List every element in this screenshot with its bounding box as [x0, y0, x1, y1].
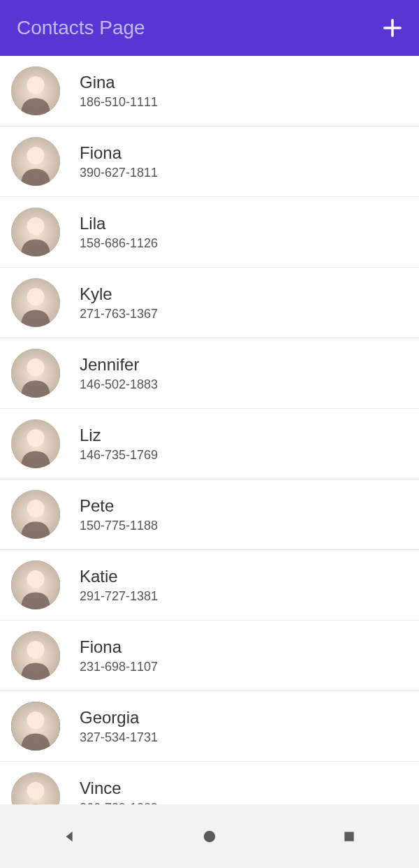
- contact-row[interactable]: Georgia327-534-1731: [0, 691, 419, 762]
- contact-row[interactable]: Vince266-739-1009: [0, 762, 419, 804]
- contact-name: Fiona: [80, 143, 158, 163]
- svg-point-15: [27, 570, 44, 588]
- avatar-person-icon: [11, 349, 60, 398]
- avatar: [11, 631, 60, 680]
- contact-info: Gina186-510-1111: [80, 73, 158, 110]
- nav-home-button[interactable]: [189, 816, 230, 858]
- contact-name: Lila: [80, 214, 158, 233]
- contact-name: Kyle: [80, 284, 158, 304]
- avatar-person-icon: [11, 66, 60, 115]
- square-recent-icon: [342, 830, 356, 844]
- contact-name: Georgia: [80, 708, 158, 728]
- contact-phone: 291-727-1381: [80, 589, 158, 604]
- contact-row[interactable]: Gina186-510-1111: [0, 56, 419, 126]
- circle-home-icon: [202, 829, 217, 844]
- contact-info: Jennifer146-502-1883: [80, 355, 158, 392]
- avatar: [11, 278, 60, 327]
- contact-phone: 231-698-1107: [80, 660, 158, 674]
- contact-phone: 390-627-1811: [80, 166, 158, 180]
- svg-point-17: [27, 641, 44, 658]
- page-title: Contacts Page: [17, 17, 145, 39]
- svg-point-21: [27, 782, 44, 800]
- avatar-person-icon: [11, 278, 60, 327]
- contact-name: Jennifer: [80, 355, 158, 375]
- svg-rect-23: [344, 832, 353, 841]
- app-header: Contacts Page: [0, 0, 419, 56]
- contact-info: Georgia327-534-1731: [80, 708, 158, 745]
- contact-name: Vince: [80, 779, 158, 798]
- svg-point-5: [27, 217, 44, 235]
- contact-row[interactable]: Pete150-775-1188: [0, 479, 419, 550]
- contact-name: Liz: [80, 426, 158, 445]
- contact-name: Pete: [80, 496, 158, 516]
- contact-row[interactable]: Jennifer146-502-1883: [0, 338, 419, 409]
- avatar: [11, 137, 60, 186]
- contact-phone: 271-763-1367: [80, 307, 158, 321]
- contact-row[interactable]: Liz146-735-1769: [0, 409, 419, 479]
- svg-point-9: [27, 359, 44, 376]
- avatar-person-icon: [11, 490, 60, 539]
- avatar-person-icon: [11, 208, 60, 256]
- nav-recent-button[interactable]: [328, 816, 370, 858]
- contact-phone: 327-534-1731: [80, 730, 158, 745]
- contact-info: Lila158-686-1126: [80, 214, 158, 251]
- avatar-person-icon: [11, 419, 60, 468]
- avatar: [11, 702, 60, 751]
- svg-point-22: [204, 830, 216, 842]
- avatar: [11, 349, 60, 398]
- avatar-person-icon: [11, 560, 60, 609]
- contact-name: Katie: [80, 567, 158, 586]
- contact-info: Katie291-727-1381: [80, 567, 158, 604]
- avatar: [11, 208, 60, 256]
- plus-icon: [381, 16, 404, 40]
- svg-point-1: [27, 76, 44, 94]
- contact-name: Fiona: [80, 637, 158, 657]
- avatar: [11, 490, 60, 539]
- avatar-person-icon: [11, 772, 60, 804]
- avatar: [11, 560, 60, 609]
- contact-info: Kyle271-763-1367: [80, 284, 158, 321]
- contact-name: Gina: [80, 73, 158, 92]
- contact-row[interactable]: Kyle271-763-1367: [0, 268, 419, 338]
- avatar-person-icon: [11, 137, 60, 186]
- avatar: [11, 66, 60, 115]
- android-navbar: [0, 804, 419, 868]
- contact-phone: 150-775-1188: [80, 519, 158, 533]
- contact-info: Vince266-739-1009: [80, 779, 158, 805]
- svg-point-7: [27, 288, 44, 305]
- contact-info: Liz146-735-1769: [80, 426, 158, 463]
- contact-info: Pete150-775-1188: [80, 496, 158, 533]
- avatar: [11, 419, 60, 468]
- svg-point-11: [27, 429, 44, 447]
- contact-row[interactable]: Lila158-686-1126: [0, 197, 419, 268]
- contacts-list[interactable]: Gina186-510-1111 Fiona390-627-1811 Lila1…: [0, 56, 419, 804]
- contact-row[interactable]: Fiona231-698-1107: [0, 621, 419, 691]
- svg-point-3: [27, 147, 44, 164]
- avatar: [11, 772, 60, 804]
- svg-point-19: [27, 711, 44, 729]
- contact-phone: 158-686-1126: [80, 236, 158, 251]
- contact-row[interactable]: Fiona390-627-1811: [0, 126, 419, 197]
- svg-point-13: [27, 500, 44, 517]
- add-contact-button[interactable]: [380, 15, 405, 41]
- triangle-back-icon: [62, 829, 78, 844]
- contact-phone: 146-502-1883: [80, 377, 158, 392]
- contact-info: Fiona231-698-1107: [80, 637, 158, 674]
- nav-back-button[interactable]: [49, 816, 91, 858]
- contact-info: Fiona390-627-1811: [80, 143, 158, 180]
- contact-phone: 186-510-1111: [80, 95, 158, 110]
- contact-phone: 146-735-1769: [80, 448, 158, 463]
- contact-row[interactable]: Katie291-727-1381: [0, 550, 419, 621]
- avatar-person-icon: [11, 631, 60, 680]
- avatar-person-icon: [11, 702, 60, 751]
